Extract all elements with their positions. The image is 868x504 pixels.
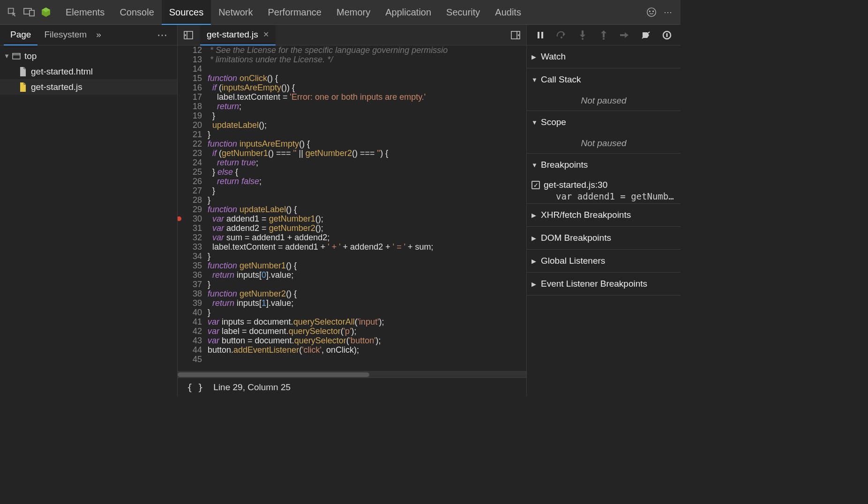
- code-line[interactable]: function onClick() {: [208, 74, 526, 83]
- gutter-line[interactable]: 17: [178, 92, 202, 102]
- top-tab-sources[interactable]: Sources: [162, 0, 211, 25]
- inspect-element-icon[interactable]: [4, 4, 21, 21]
- code-line[interactable]: * limitations under the License. */: [208, 55, 526, 64]
- code-line[interactable]: return;: [208, 102, 526, 111]
- tree-file-get-started-js[interactable]: get-started.js: [0, 79, 177, 95]
- left-panel-menu-icon[interactable]: ⋯: [152, 29, 173, 41]
- gutter-line[interactable]: 16: [178, 83, 202, 92]
- code-line[interactable]: return false;: [208, 177, 526, 186]
- xhr-section-header[interactable]: ▶ XHR/fetch Breakpoints: [527, 204, 681, 226]
- code-line[interactable]: updateLabel();: [208, 120, 526, 130]
- top-tab-application[interactable]: Application: [378, 0, 439, 25]
- tree-file-get-started-html[interactable]: get-started.html: [0, 64, 177, 79]
- gutter-line[interactable]: 34: [178, 252, 202, 261]
- code-line[interactable]: var inputs = document.querySelectorAll('…: [208, 317, 526, 326]
- event-section-header[interactable]: ▶ Event Listener Breakpoints: [527, 273, 681, 295]
- code-line[interactable]: if (getNumber1() === '' || getNumber2() …: [208, 148, 526, 158]
- code-line[interactable]: }: [208, 280, 526, 289]
- node-icon[interactable]: [37, 4, 54, 21]
- code-line[interactable]: return inputs[1].value;: [208, 298, 526, 308]
- toggle-debugger-icon[interactable]: [507, 26, 524, 44]
- callstack-section-header[interactable]: ▼ Call Stack: [527, 68, 681, 91]
- gutter-line[interactable]: 36: [178, 270, 202, 280]
- top-tab-network[interactable]: Network: [211, 0, 260, 25]
- code-line[interactable]: button.addEventListener('click', onClick…: [208, 345, 526, 355]
- gutter-line[interactable]: 33: [178, 242, 202, 252]
- code-line[interactable]: var addend2 = getNumber2();: [208, 223, 526, 233]
- step-out-button[interactable]: [595, 27, 612, 44]
- code-line[interactable]: }: [208, 308, 526, 317]
- gutter-line[interactable]: 35: [178, 261, 202, 270]
- gutter-line[interactable]: 40: [178, 308, 202, 317]
- code-line[interactable]: [208, 355, 526, 364]
- top-tab-console[interactable]: Console: [112, 0, 161, 25]
- breakpoint-item[interactable]: ✓ get-started.js:30 var addend1 = getNum…: [527, 176, 681, 203]
- deactivate-breakpoints-button[interactable]: [637, 27, 654, 44]
- gutter-line[interactable]: 42: [178, 326, 202, 336]
- code-line[interactable]: }: [208, 130, 526, 139]
- code-line[interactable]: * See the License for the specific langu…: [208, 45, 526, 55]
- step-into-button[interactable]: [574, 27, 591, 44]
- gutter-line[interactable]: 24: [178, 158, 202, 167]
- gutter-line[interactable]: 41: [178, 317, 202, 326]
- dom-section-header[interactable]: ▶ DOM Breakpoints: [527, 227, 681, 249]
- gutter-line[interactable]: 27: [178, 186, 202, 195]
- code-line[interactable]: return true;: [208, 158, 526, 167]
- gutter-line[interactable]: 31: [178, 223, 202, 233]
- gutter-line[interactable]: 25: [178, 167, 202, 177]
- gutter-line[interactable]: 15: [178, 74, 202, 83]
- code-line[interactable]: }: [208, 186, 526, 195]
- code-editor[interactable]: 1213141516171819202122232425262728293031…: [178, 45, 526, 371]
- gutter-line[interactable]: 44: [178, 345, 202, 355]
- gutter-line[interactable]: 30: [178, 214, 202, 223]
- gutter-line[interactable]: 32: [178, 233, 202, 242]
- code-line[interactable]: return inputs[0].value;: [208, 270, 526, 280]
- gutter-line[interactable]: 22: [178, 139, 202, 148]
- file-tab[interactable]: get-started.js ✕: [200, 25, 276, 45]
- code-line[interactable]: var sum = addend1 + addend2;: [208, 233, 526, 242]
- device-toggle-icon[interactable]: [21, 4, 37, 21]
- top-tab-audits[interactable]: Audits: [487, 0, 529, 25]
- feedback-icon[interactable]: [643, 4, 660, 21]
- code-line[interactable]: var label = document.querySelector('p');: [208, 326, 526, 336]
- more-icon[interactable]: ⋯: [660, 4, 677, 21]
- gutter-line[interactable]: 29: [178, 205, 202, 214]
- top-tab-security[interactable]: Security: [439, 0, 487, 25]
- top-tab-elements[interactable]: Elements: [58, 0, 112, 25]
- gutter-line[interactable]: 14: [178, 64, 202, 74]
- top-tab-performance[interactable]: Performance: [261, 0, 329, 25]
- code-line[interactable]: }: [208, 111, 526, 120]
- code-line[interactable]: var addend1 = getNumber1();: [208, 214, 526, 223]
- gutter-line[interactable]: 23: [178, 148, 202, 158]
- code-line[interactable]: } else {: [208, 167, 526, 177]
- gutter-line[interactable]: 39: [178, 298, 202, 308]
- step-over-button[interactable]: [553, 27, 570, 44]
- tree-root-top[interactable]: ▼ top: [0, 48, 177, 64]
- pause-button[interactable]: [532, 27, 549, 44]
- code-line[interactable]: if (inputsAreEmpty()) {: [208, 83, 526, 92]
- toggle-navigator-icon[interactable]: [180, 26, 197, 44]
- gutter-line[interactable]: 38: [178, 289, 202, 298]
- code-line[interactable]: function updateLabel() {: [208, 205, 526, 214]
- gutter-line[interactable]: 12: [178, 45, 202, 55]
- global-section-header[interactable]: ▶ Global Listeners: [527, 250, 681, 272]
- step-button[interactable]: [616, 27, 633, 44]
- pause-on-exceptions-button[interactable]: [658, 27, 675, 44]
- left-tab-more[interactable]: »: [93, 25, 104, 45]
- code-line[interactable]: }: [208, 252, 526, 261]
- code-line[interactable]: function getNumber1() {: [208, 261, 526, 270]
- gutter-line[interactable]: 45: [178, 355, 202, 364]
- code-line[interactable]: [208, 64, 526, 74]
- breakpoint-checkbox[interactable]: ✓: [531, 181, 540, 189]
- code-line[interactable]: var button = document.querySelector('but…: [208, 336, 526, 345]
- code-line[interactable]: }: [208, 195, 526, 205]
- top-tab-memory[interactable]: Memory: [329, 0, 378, 25]
- gutter-line[interactable]: 20: [178, 120, 202, 130]
- left-tab-filesystem[interactable]: Filesystem: [37, 25, 93, 45]
- code-line[interactable]: label.textContent = addend1 + ' + ' + ad…: [208, 242, 526, 252]
- gutter-line[interactable]: 19: [178, 111, 202, 120]
- gutter-line[interactable]: 18: [178, 102, 202, 111]
- close-tab-icon[interactable]: ✕: [263, 30, 269, 39]
- scope-section-header[interactable]: ▼ Scope: [527, 111, 681, 133]
- code-line[interactable]: function inputsAreEmpty() {: [208, 139, 526, 148]
